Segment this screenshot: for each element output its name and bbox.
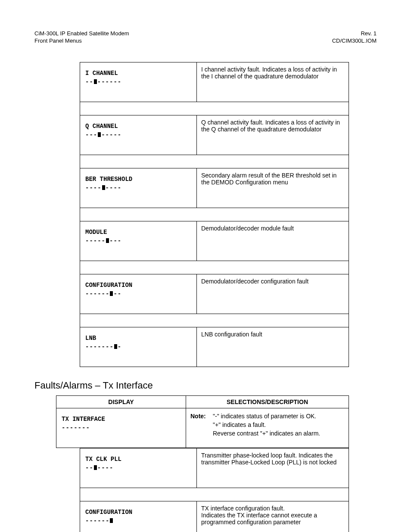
page-header: CiM-300L IP Enabled Satellite Modem Fron…: [34, 30, 377, 45]
tx-intro-label: TX INTERFACE: [61, 412, 181, 424]
spacer-row: [80, 261, 349, 274]
display-pattern: --------: [84, 237, 192, 244]
display-label: LNB: [84, 331, 192, 343]
display-pattern: --------: [84, 78, 192, 85]
description-cell: Demodulator/decoder module fault: [197, 221, 349, 261]
description-cell: TX interface configuration fault. Indica…: [197, 501, 349, 532]
spacer-row: [80, 208, 349, 221]
upper-faults-table: I CHANNEL--------I channel activity faul…: [80, 62, 349, 367]
tx-sub-table: TX CLK PLL------Transmitter phase-locked…: [80, 448, 349, 532]
tx-interface-table: DISPLAY SELECTIONS/DESCRIPTION TX INTERF…: [56, 395, 349, 448]
display-pattern: --------: [84, 290, 192, 297]
display-pattern: --------: [84, 184, 192, 191]
display-pattern: --------: [84, 131, 192, 138]
description-cell: Secondary alarm result of the BER thresh…: [197, 168, 349, 208]
spacer-row: [80, 314, 349, 327]
display-label: TX CLK PLL: [84, 452, 192, 464]
table-row: LNB--------LNB configuration fault: [80, 327, 349, 367]
table-row: Q CHANNEL--------Q channel activity faul…: [80, 115, 349, 155]
description-cell: Q channel activity fault. Indicates a lo…: [197, 115, 349, 155]
header-right: Rev. 1 CD/CIM300L.IOM: [332, 30, 377, 45]
tx-intro-note: Note: "-" indicates status of parameter …: [186, 408, 349, 448]
table-row: TX CLK PLL------Transmitter phase-locked…: [80, 448, 349, 488]
page: CiM-300L IP Enabled Satellite Modem Fron…: [0, 0, 411, 532]
display-label: BER THRESHOLD: [84, 172, 192, 184]
display-label: CONFIGURATION: [84, 278, 192, 290]
table-row: CONFIGURATION------TX interface configur…: [80, 501, 349, 532]
section-title: Faults/Alarms – Tx Interface: [34, 380, 377, 391]
spacer-row: [80, 155, 349, 168]
col-display-header: DISPLAY: [56, 395, 186, 408]
table-row: CONFIGURATION--------Demodulator/decoder…: [80, 274, 349, 314]
spacer-row: [80, 488, 349, 501]
display-label: Q CHANNEL: [84, 119, 192, 131]
description-cell: Transmitter phase-locked loop fault. Ind…: [197, 448, 349, 488]
col-desc-header: SELECTIONS/DESCRIPTION: [186, 395, 349, 408]
spacer-row: [80, 102, 349, 115]
table-row: MODULE--------Demodulator/decoder module…: [80, 221, 349, 261]
display-label: I CHANNEL: [84, 66, 192, 78]
description-cell: LNB configuration fault: [197, 327, 349, 367]
description-cell: Demodulator/decoder configuration fault: [197, 274, 349, 314]
table-row: BER THRESHOLD--------Secondary alarm res…: [80, 168, 349, 208]
display-label: MODULE: [84, 225, 192, 237]
description-cell: I channel activity fault. Indicates a lo…: [197, 62, 349, 102]
display-pattern: ------: [84, 517, 192, 524]
header-left: CiM-300L IP Enabled Satellite Modem Fron…: [34, 30, 129, 45]
display-label: CONFIGURATION: [84, 505, 192, 517]
table-row: I CHANNEL--------I channel activity faul…: [80, 62, 349, 102]
display-pattern: --------: [84, 343, 192, 350]
tx-intro-pattern: -------: [61, 424, 181, 431]
display-pattern: ------: [84, 464, 192, 471]
tx-intro-row: TX INTERFACE ------- Note: "-" indicates…: [56, 408, 349, 448]
